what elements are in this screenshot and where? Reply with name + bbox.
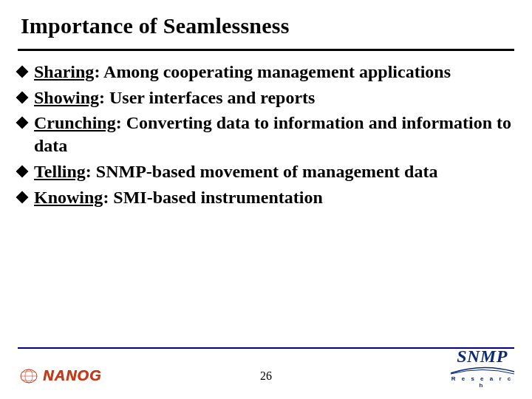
globe-icon [19,368,41,384]
bullet-text: Knowing: SMI-based instrumentation [34,186,323,209]
bullet-diamond-icon [16,117,29,129]
nanog-text: NANOG [43,367,101,384]
bullet-text: Crunching: Converting data to informatio… [34,112,514,157]
bullet-term: Showing [34,88,99,107]
snmp-sub-text: R e s e a r c h [447,375,517,389]
slide-title: Importance of Seamlessness [21,13,290,38]
bullet-desc: : SNMP-based movement of management data [86,162,438,181]
bullet-diamond-icon [16,91,29,103]
bullet-item: Telling: SNMP-based movement of manageme… [18,160,514,183]
bullet-text: Sharing: Among cooperating management ap… [34,61,451,83]
bullet-desc: : User interfaces and reports [99,88,315,107]
bullet-term: Telling [34,162,86,181]
nanog-logo: NANOG [19,367,101,384]
bullet-diamond-icon [16,165,29,177]
swoosh-icon [447,366,517,375]
bullet-text: Telling: SNMP-based movement of manageme… [34,160,437,183]
snmp-main-text: SNMP [447,347,517,365]
bullet-desc: : Among cooperating management applicati… [94,62,451,81]
snmp-logo: SNMP R e s e a r c h [447,347,517,389]
bullet-term: Sharing [34,62,94,81]
bullet-item: Knowing: SMI-based instrumentation [18,186,514,209]
slide-body: Sharing: Among cooperating management ap… [18,61,514,211]
bullet-diamond-icon [16,191,29,203]
bullet-term: Knowing [34,188,103,207]
bullet-text: Showing: User interfaces and reports [34,86,315,109]
bullet-item: Sharing: Among cooperating management ap… [18,61,514,83]
bullet-diamond-icon [16,66,29,78]
bullet-item: Showing: User interfaces and reports [18,86,514,109]
footer-rule [18,347,514,349]
slide: Importance of Seamlessness Sharing: Amon… [0,0,532,399]
bullet-term: Crunching [34,113,116,132]
bullet-item: Crunching: Converting data to informatio… [18,112,514,157]
bullet-desc: : SMI-based instrumentation [103,188,322,207]
title-rule [18,49,514,51]
